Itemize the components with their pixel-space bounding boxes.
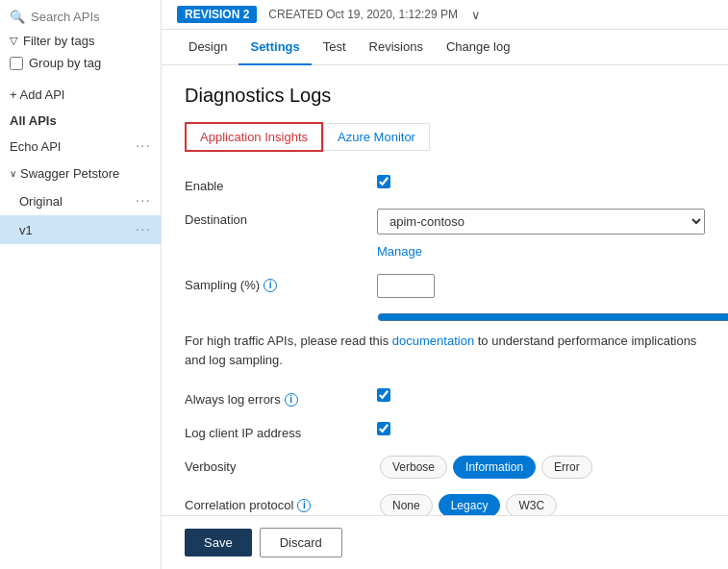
enable-checkbox[interactable]: [377, 175, 390, 188]
documentation-link[interactable]: documentation: [392, 334, 474, 348]
always-log-checkbox[interactable]: [377, 388, 390, 402]
log-ip-checkbox[interactable]: [377, 422, 390, 435]
verbosity-control: Verbose Information Error: [377, 456, 705, 479]
verbosity-label: Verbosity: [185, 456, 377, 474]
swagger-petstore-label: Swagger Petstore: [20, 166, 119, 181]
sampling-info-icon[interactable]: i: [264, 279, 277, 292]
enable-control: [377, 175, 705, 188]
correlation-legacy-btn[interactable]: Legacy: [439, 494, 501, 515]
sidebar: 🔍 ▽ Filter by tags Group by tag + Add AP…: [0, 0, 162, 569]
original-label: Original: [19, 194, 63, 209]
save-button[interactable]: Save: [185, 529, 252, 557]
log-ip-label: Log client IP address: [185, 422, 377, 440]
verbosity-error-btn[interactable]: Error: [541, 456, 592, 479]
tab-changelog[interactable]: Change log: [435, 30, 522, 65]
destination-label: Destination: [185, 209, 377, 227]
echo-api-menu-icon[interactable]: ···: [136, 137, 151, 155]
v1-label: v1: [19, 223, 33, 237]
group-by-tag[interactable]: Group by tag: [0, 52, 161, 74]
tab-design[interactable]: Design: [177, 30, 238, 65]
filter-label: Filter by tags: [23, 34, 94, 48]
sub-tabs: Application Insights Azure Monitor: [185, 122, 705, 152]
info-text: For high traffic APIs, please read this …: [185, 332, 705, 369]
correlation-label: Correlation protocol i: [185, 494, 377, 512]
sampling-control: 100: [377, 274, 705, 298]
group-checkbox[interactable]: [10, 57, 23, 70]
sub-tab-azure-monitor[interactable]: Azure Monitor: [323, 123, 430, 151]
nav-tabs: Design Settings Test Revisions Change lo…: [162, 30, 728, 65]
destination-control: apim-contoso: [377, 209, 705, 235]
discard-button[interactable]: Discard: [260, 528, 342, 557]
always-log-info-icon[interactable]: i: [285, 393, 298, 407]
correlation-w3c-btn[interactable]: W3C: [506, 494, 557, 515]
add-api-button[interactable]: + Add API: [0, 82, 161, 108]
correlation-row: Correlation protocol i None Legacy W3C: [185, 486, 705, 515]
verbosity-verbose-btn[interactable]: Verbose: [380, 456, 447, 479]
enable-row: Enable: [185, 167, 705, 201]
sampling-row: Sampling (%) i 100: [185, 266, 705, 306]
manage-row: Manage: [185, 242, 705, 266]
footer: Save Discard: [162, 515, 728, 569]
echo-api-item[interactable]: Echo API ···: [0, 132, 161, 161]
top-bar: REVISION 2 CREATED Oct 19, 2020, 1:12:29…: [162, 0, 728, 30]
log-ip-control: [377, 422, 705, 435]
correlation-info-icon[interactable]: i: [297, 499, 311, 512]
v1-item[interactable]: v1 ···: [0, 215, 161, 244]
chevron-down-icon: ∨: [10, 168, 16, 179]
search-icon: 🔍: [10, 10, 25, 24]
always-log-row: Always log errors i: [185, 381, 705, 414]
verbosity-row: Verbosity Verbose Information Error: [185, 448, 705, 486]
filter-by-tags[interactable]: ▽ Filter by tags: [0, 30, 161, 52]
form-section: Enable Destination apim-contoso Manage S…: [185, 167, 705, 515]
search-bar[interactable]: 🔍: [0, 4, 161, 30]
v1-menu-icon[interactable]: ···: [136, 221, 151, 238]
correlation-control: None Legacy W3C: [377, 494, 705, 515]
content-area: Diagnostics Logs Application Insights Az…: [162, 65, 728, 515]
verbosity-toggle-group: Verbose Information Error: [377, 456, 595, 479]
page-title: Diagnostics Logs: [185, 85, 705, 107]
log-ip-row: Log client IP address: [185, 414, 705, 448]
always-log-label: Always log errors i: [185, 388, 377, 407]
manage-link[interactable]: Manage: [377, 244, 422, 259]
original-menu-icon[interactable]: ···: [136, 192, 151, 210]
tab-revisions[interactable]: Revisions: [358, 30, 435, 65]
revision-badge: REVISION 2: [177, 6, 257, 23]
sub-tab-app-insights[interactable]: Application Insights: [185, 122, 323, 152]
main-content: REVISION 2 CREATED Oct 19, 2020, 1:12:29…: [162, 0, 728, 569]
sampling-slider-container: [377, 309, 705, 328]
correlation-none-btn[interactable]: None: [380, 494, 433, 515]
echo-api-label: Echo API: [10, 139, 61, 154]
enable-label: Enable: [185, 175, 377, 193]
swagger-petstore-section[interactable]: ∨ Swagger Petstore: [0, 161, 161, 186]
group-label: Group by tag: [29, 56, 101, 70]
tab-settings[interactable]: Settings: [238, 30, 311, 65]
tab-test[interactable]: Test: [312, 30, 358, 65]
sampling-label: Sampling (%) i: [185, 274, 377, 292]
always-log-control: [377, 388, 705, 402]
original-item[interactable]: Original ···: [0, 186, 161, 215]
destination-select[interactable]: apim-contoso: [377, 209, 705, 235]
sampling-input[interactable]: 100: [377, 274, 435, 298]
created-text: CREATED Oct 19, 2020, 1:12:29 PM: [268, 8, 458, 21]
destination-row: Destination apim-contoso: [185, 201, 705, 242]
search-input[interactable]: [31, 10, 151, 24]
revision-dropdown-arrow[interactable]: ∨: [471, 8, 481, 22]
add-api-label: + Add API: [10, 87, 64, 102]
verbosity-information-btn[interactable]: Information: [453, 456, 536, 479]
correlation-toggle-group: None Legacy W3C: [377, 494, 560, 515]
filter-icon: ▽: [10, 35, 17, 47]
sampling-slider[interactable]: [377, 309, 728, 325]
all-apis-label: All APIs: [0, 108, 161, 132]
